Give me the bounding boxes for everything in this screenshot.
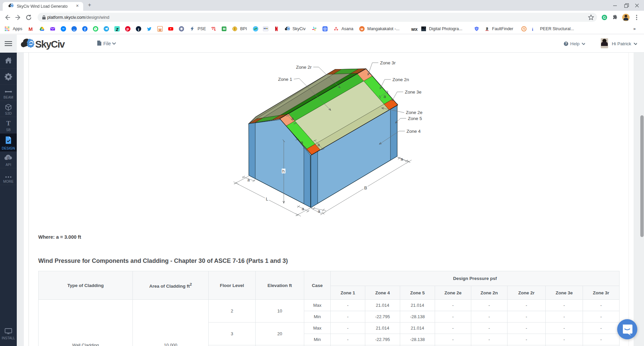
svg-text:Zone 2e: Zone 2e bbox=[406, 110, 423, 115]
svg-text:𝕱: 𝕱 bbox=[486, 27, 488, 31]
svg-text:a: a bbox=[318, 209, 320, 214]
svg-text:a: a bbox=[401, 157, 403, 162]
svg-text:Zone 1: Zone 1 bbox=[278, 77, 292, 82]
svg-text:a: a bbox=[318, 142, 320, 147]
svg-text:a: a bbox=[384, 94, 386, 99]
svg-text:a: a bbox=[248, 178, 250, 182]
svg-text:Zone 3r: Zone 3r bbox=[380, 60, 396, 65]
svg-text:L: L bbox=[266, 196, 268, 201]
svg-text:h: h bbox=[282, 169, 284, 174]
svg-text:{}: {} bbox=[7, 156, 10, 160]
svg-text:M: M bbox=[361, 27, 363, 31]
svg-text:B: B bbox=[364, 185, 367, 190]
svg-text:a: a bbox=[301, 140, 303, 145]
svg-text:a: a bbox=[291, 116, 294, 121]
svg-text:Zone 4: Zone 4 bbox=[407, 129, 421, 134]
svg-text:Zone 5: Zone 5 bbox=[408, 116, 422, 121]
svg-text:a: a bbox=[302, 207, 304, 211]
svg-text:Zone 2n: Zone 2n bbox=[392, 77, 409, 82]
svg-text:Zone 3e: Zone 3e bbox=[405, 90, 422, 95]
svg-text:Zone 2r: Zone 2r bbox=[296, 65, 312, 70]
